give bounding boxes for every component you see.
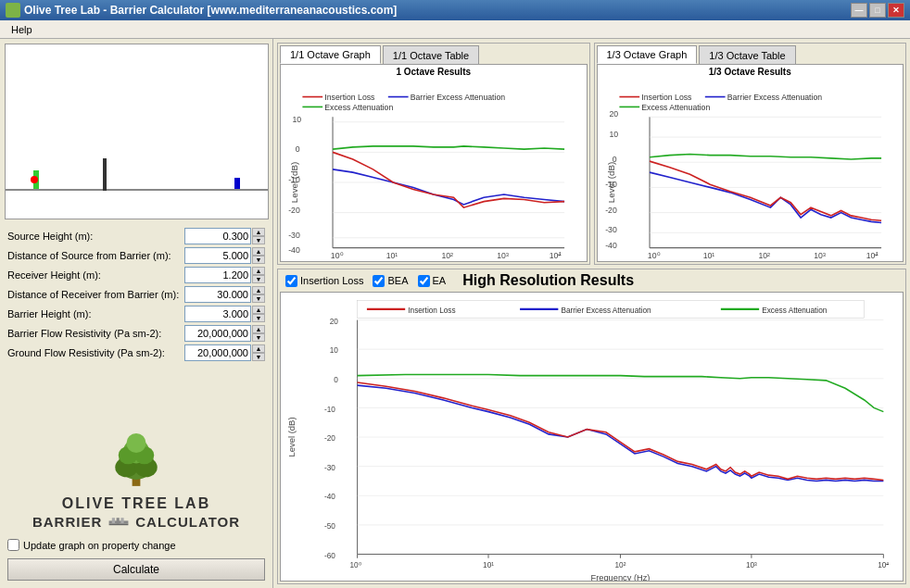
spin-down-dist-source-barrier[interactable]: ▼	[252, 256, 265, 264]
svg-text:10¹: 10¹	[483, 560, 494, 569]
svg-text:0: 0	[334, 375, 338, 384]
params-section: Source Height (m): ▲ ▼ Distance of Sourc…	[0, 224, 272, 421]
octave-1-1-panel: 1/1 Octave Graph 1/1 Octave Table 1 Octa…	[277, 43, 590, 265]
param-label-dist-source-barrier: Distance of Source from Barrier (m):	[7, 250, 184, 261]
svg-text:Level (dB): Level (dB)	[289, 162, 299, 204]
right-panel: 1/1 Octave Graph 1/1 Octave Table 1 Octa…	[273, 39, 910, 588]
svg-text:10²: 10²	[758, 251, 770, 260]
param-input-source-height[interactable]	[184, 228, 251, 244]
spin-btns-barrier-height: ▲ ▼	[252, 306, 265, 322]
tab-1-3-octave-graph[interactable]: 1/3 Octave Graph	[597, 45, 698, 64]
svg-text:-50: -50	[324, 521, 335, 531]
param-input-wrap-barrier-flow: ▲ ▼	[184, 325, 265, 342]
minimize-button[interactable]: —	[851, 3, 867, 18]
receiver-marker	[234, 178, 240, 189]
spin-btns-receiver-height: ▲ ▼	[252, 267, 265, 283]
param-label-receiver-height: Receiver Height (m):	[7, 269, 184, 281]
svg-text:10⁰: 10⁰	[331, 251, 344, 260]
spin-up-dist-source-barrier[interactable]: ▲	[252, 247, 265, 256]
svg-text:10⁴: 10⁴	[550, 251, 562, 260]
menu-help[interactable]: Help	[4, 22, 40, 37]
bea-checkbox-item: BEA	[373, 275, 408, 287]
spin-up-receiver-height[interactable]: ▲	[252, 267, 265, 275]
ea-checkbox-item: EA	[418, 275, 447, 287]
svg-text:-60: -60	[324, 551, 335, 560]
svg-point-7	[127, 433, 146, 453]
barrier-marker	[103, 158, 107, 191]
tab-1-3-octave-table[interactable]: 1/3 Octave Table	[699, 45, 795, 64]
spin-btns-barrier-flow: ▲ ▼	[252, 325, 265, 342]
param-input-receiver-height[interactable]	[184, 267, 251, 283]
param-row-dist-source-barrier: Distance of Source from Barrier (m): ▲ ▼	[7, 247, 265, 264]
param-input-wrap-receiver-height: ▲ ▼	[184, 267, 265, 283]
spin-btns-dist-receiver-barrier: ▲ ▼	[252, 286, 265, 303]
svg-text:10³: 10³	[814, 251, 826, 260]
tab-1-1-octave-table[interactable]: 1/1 Octave Table	[383, 45, 479, 64]
bea-checkbox[interactable]	[373, 275, 385, 287]
svg-text:10²: 10²	[441, 251, 453, 260]
spin-up-dist-receiver-barrier[interactable]: ▲	[252, 286, 265, 294]
svg-rect-12	[109, 523, 129, 525]
octave-1-3-svg: Insertion Loss Barrier Excess Attenuatio…	[598, 79, 904, 262]
spin-btns-source-height: ▲ ▼	[252, 228, 265, 244]
ea-checkbox[interactable]	[418, 275, 430, 287]
tab-1-1-octave-graph[interactable]: 1/1 Octave Graph	[280, 45, 381, 64]
param-input-ground-flow[interactable]	[184, 344, 251, 361]
hi-res-header: Insertion Loss BEA EA High Resolution Re…	[278, 269, 905, 292]
svg-rect-10	[117, 518, 120, 523]
spin-down-dist-receiver-barrier[interactable]: ▼	[252, 294, 265, 303]
il-checkbox[interactable]	[285, 275, 297, 287]
param-label-ground-flow: Ground Flow Resistivity (Pa sm-2):	[7, 347, 184, 358]
param-label-source-height: Source Height (m):	[7, 231, 184, 242]
hi-res-title: High Resolution Results	[462, 272, 634, 289]
spin-up-ground-flow[interactable]: ▲	[252, 344, 265, 353]
svg-text:10⁰: 10⁰	[647, 251, 660, 260]
param-row-source-height: Source Height (m): ▲ ▼	[7, 228, 265, 244]
octave-1-3-graph-area: 1/3 Octave Results Insertion Loss Barrie…	[597, 64, 904, 262]
calculate-button[interactable]: Calculate	[7, 558, 265, 581]
octave-1-1-tabs: 1/1 Octave Graph 1/1 Octave Table	[278, 44, 589, 64]
param-input-wrap-dist-source-barrier: ▲ ▼	[184, 247, 265, 264]
svg-text:10⁰: 10⁰	[349, 560, 360, 569]
update-checkbox-row: Update graph on property change	[0, 535, 272, 555]
svg-text:20: 20	[330, 317, 339, 326]
spin-down-ground-flow[interactable]: ▼	[252, 353, 265, 361]
svg-text:Level (dB): Level (dB)	[288, 417, 297, 457]
menu-bar: Help	[0, 20, 910, 39]
octave-1-1-graph-area: 1 Octave Results Insertion Loss Barrier …	[280, 64, 588, 262]
calculate-button-wrap: Calculate	[0, 555, 272, 588]
svg-text:10²: 10²	[615, 560, 626, 569]
param-input-dist-source-barrier[interactable]	[184, 247, 251, 264]
svg-text:20: 20	[609, 109, 618, 119]
maximize-button[interactable]: □	[869, 3, 886, 18]
param-row-receiver-height: Receiver Height (m): ▲ ▼	[7, 267, 265, 283]
tree-logo-icon	[104, 427, 169, 492]
svg-text:Insertion Loss: Insertion Loss	[408, 306, 455, 315]
update-checkbox[interactable]	[7, 539, 19, 551]
svg-text:-40: -40	[288, 245, 300, 255]
svg-text:Barrier Excess Attenuation: Barrier Excess Attenuation	[561, 306, 651, 315]
param-row-barrier-height: Barrier Height (m): ▲ ▼	[7, 306, 265, 322]
spin-down-barrier-flow[interactable]: ▼	[252, 333, 265, 342]
spin-up-barrier-flow[interactable]: ▲	[252, 325, 265, 333]
svg-text:Excess Attenuation: Excess Attenuation	[324, 103, 393, 112]
svg-text:-20: -20	[605, 206, 617, 215]
param-row-barrier-flow: Barrier Flow Resistivity (Pa sm-2): ▲ ▼	[7, 325, 265, 342]
spin-down-receiver-height[interactable]: ▼	[252, 275, 265, 283]
ground-line	[6, 189, 268, 191]
octave-1-3-tabs: 1/3 Octave Graph 1/3 Octave Table	[595, 44, 906, 64]
close-button[interactable]: ✕	[888, 3, 904, 18]
param-row-ground-flow: Ground Flow Resistivity (Pa sm-2): ▲ ▼	[7, 344, 265, 361]
param-input-barrier-flow[interactable]	[184, 325, 251, 342]
svg-rect-9	[112, 518, 115, 523]
update-checkbox-label: Update graph on property change	[23, 540, 176, 551]
spin-down-source-height[interactable]: ▼	[252, 236, 265, 244]
scene-canvas	[5, 44, 269, 219]
spin-down-barrier-height[interactable]: ▼	[252, 314, 265, 322]
param-input-dist-receiver-barrier[interactable]	[184, 286, 251, 303]
spin-up-barrier-height[interactable]: ▲	[252, 306, 265, 314]
spin-up-source-height[interactable]: ▲	[252, 228, 265, 236]
svg-text:Barrier Excess Attenuation: Barrier Excess Attenuation	[411, 93, 506, 102]
param-input-barrier-height[interactable]	[184, 306, 251, 322]
svg-text:Insertion Loss: Insertion Loss	[641, 93, 692, 102]
